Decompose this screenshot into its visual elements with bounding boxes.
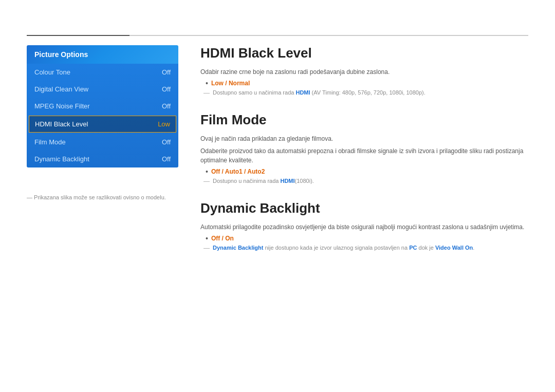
pc-label: PC (409, 245, 417, 251)
left-panel: Picture Options Colour ToneOffDigital Cl… (27, 45, 178, 167)
menu-item-label: MPEG Noise Filter (34, 102, 90, 110)
right-content: HDMI Black Level Odabir razine crne boje… (200, 45, 528, 267)
bullet-text-hdmi: Low / Normal (211, 80, 250, 87)
section-desc-film-2: Odaberite proizvod tako da automatski pr… (200, 146, 528, 165)
bullet-dot-hdmi: • (206, 80, 208, 87)
note-hdmi: ― Dostupno samo u načinima rada HDMI (AV… (203, 89, 528, 98)
bullet-dot-dynamic: • (206, 235, 208, 242)
menu-item-value: Off (162, 85, 171, 93)
top-divider (27, 35, 528, 36)
menu-item-value: Low (158, 120, 170, 128)
menu-item-film-mode[interactable]: Film ModeOff (27, 134, 178, 151)
menu-item-hdmi-black-level[interactable]: HDMI Black LevelLow (29, 116, 176, 133)
note-film: ― Dostupno u načinima rada HDMI(1080i). (203, 177, 528, 186)
bullet-text-dynamic: Off / On (211, 235, 234, 242)
menu-item-mpeg-noise-filter[interactable]: MPEG Noise FilterOff (27, 98, 178, 115)
vwo-label: Video Wall On (435, 245, 473, 251)
menu-item-label: HDMI Black Level (35, 120, 88, 128)
section-desc-hdmi: Odabir razine crne boje na zaslonu radi … (200, 67, 528, 77)
note-dynamic: ― Dynamic Backlight nije dostupno kada j… (203, 244, 528, 253)
menu-item-label: Film Mode (34, 138, 66, 146)
section-title-film: Film Mode (200, 112, 528, 128)
menu-item-value: Off (162, 102, 171, 110)
menu-item-label: Digital Clean View (34, 85, 88, 93)
panel-title: Picture Options (34, 50, 88, 59)
section-title-hdmi: HDMI Black Level (200, 45, 528, 61)
bullet-dynamic: • Off / On (206, 235, 528, 242)
menu-item-dynamic-backlight[interactable]: Dynamic BacklightOff (27, 151, 178, 167)
section-hdmi-black-level: HDMI Black Level Odabir razine crne boje… (200, 45, 528, 98)
menu-item-value: Off (162, 155, 171, 163)
menu-list: Colour ToneOffDigital Clean ViewOffMPEG … (27, 64, 178, 167)
section-desc-dynamic: Automatski prilagodite pozadinsko osvjet… (200, 222, 528, 232)
menu-item-label: Dynamic Backlight (34, 155, 89, 163)
panel-header: Picture Options (27, 45, 178, 64)
menu-item-value: Off (162, 138, 171, 146)
menu-item-digital-clean-view[interactable]: Digital Clean ViewOff (27, 81, 178, 98)
bullet-hdmi: • Low / Normal (206, 80, 528, 87)
section-dynamic-backlight: Dynamic Backlight Automatski prilagodite… (200, 200, 528, 253)
section-title-dynamic: Dynamic Backlight (200, 200, 528, 216)
menu-item-colour-tone[interactable]: Colour ToneOff (27, 64, 178, 81)
left-footer-note: ― Prikazana slika može se razlikovati ov… (27, 194, 166, 200)
hdmi-label-1: HDMI (295, 89, 310, 96)
section-desc-film-1: Ovaj je način rada prikladan za gledanje… (200, 134, 528, 143)
bullet-film: • Off / Auto1 / Auto2 (206, 168, 528, 175)
bullet-dot-film: • (206, 168, 208, 175)
menu-item-value: Off (162, 68, 171, 76)
hdmi-label-2: HDMI (280, 178, 294, 184)
section-film-mode: Film Mode Ovaj je način rada prikladan z… (200, 112, 528, 186)
menu-item-label: Colour Tone (34, 68, 70, 76)
dynamic-label: Dynamic Backlight (213, 245, 263, 251)
bullet-text-film: Off / Auto1 / Auto2 (211, 168, 265, 175)
